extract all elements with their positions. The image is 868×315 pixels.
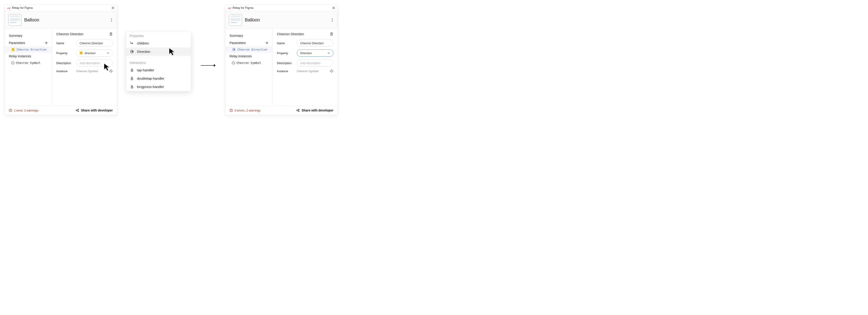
svg-point-11: [298, 109, 299, 110]
longpress-icon: [130, 85, 134, 89]
panel-footer: 1 error, 2 warnings Share with developer: [5, 106, 117, 115]
sidebar-parameters[interactable]: Parameters: [5, 39, 52, 46]
relay-logo-icon: [7, 6, 11, 9]
popover-section-properties: Properties: [126, 32, 191, 39]
sidebar-param-item[interactable]: Chevron Direction: [5, 46, 52, 53]
add-parameter-icon[interactable]: [45, 41, 48, 44]
chevron-down-icon: [327, 52, 330, 55]
instance-icon: [232, 61, 235, 65]
detail-pane: Chevron Direction Name Chevron Direction…: [273, 29, 338, 106]
target-icon[interactable]: [330, 69, 333, 73]
status-text[interactable]: 1 error, 2 warnings: [14, 109, 75, 112]
share-button[interactable]: Share with developer: [296, 109, 333, 112]
sidebar-instances[interactable]: Relay instances: [5, 53, 52, 60]
panel-footer: 0 errors, 2 warnings Share with develope…: [225, 106, 338, 115]
transition-arrow-icon: [200, 63, 216, 69]
direction-icon: [232, 48, 236, 51]
trash-icon[interactable]: [330, 32, 333, 36]
close-icon[interactable]: [112, 6, 115, 9]
sidebar-instances[interactable]: Relay instances: [225, 53, 273, 60]
popover-item-children[interactable]: children: [126, 39, 191, 47]
panel-header: Relay for Figma: [5, 5, 117, 11]
sidebar-summary[interactable]: Summary: [5, 32, 52, 39]
property-select[interactable]: direction: [76, 49, 113, 57]
sidebar: Summary Parameters Chevron Direction Rel…: [5, 29, 52, 106]
description-input[interactable]: Add description: [76, 59, 113, 67]
component-thumbnail: [8, 14, 22, 26]
error-icon: [9, 109, 12, 112]
panel-header-title: Relay for Figma: [232, 6, 332, 9]
relay-panel-before: Relay for Figma Balloon Summary Paramete…: [4, 4, 117, 115]
name-label: Name: [56, 41, 73, 45]
close-icon[interactable]: [332, 6, 335, 9]
target-icon[interactable]: [109, 69, 113, 73]
popover-item-direction[interactable]: Direction: [126, 47, 191, 56]
status-text[interactable]: 0 errors, 2 warnings: [235, 109, 296, 112]
add-parameter-icon[interactable]: [266, 41, 269, 44]
svg-point-0: [110, 70, 112, 72]
chevron-down-icon: [107, 52, 110, 55]
relay-panel-after: Relay for Figma Balloon Summary Paramete…: [225, 4, 338, 115]
component-bar: Balloon: [5, 11, 117, 29]
component-title: Balloon: [24, 18, 110, 23]
kebab-menu-icon[interactable]: [331, 17, 334, 23]
svg-point-3: [78, 109, 79, 110]
share-icon: [296, 109, 300, 112]
property-select[interactable]: Direction: [297, 49, 333, 57]
detail-pane: Chevron Direction Name Chevron Direction…: [52, 29, 117, 106]
relay-logo-icon: [228, 6, 231, 9]
name-input[interactable]: Chevron Direction: [76, 39, 113, 47]
error-icon: [229, 109, 233, 112]
description-label: Description: [277, 61, 294, 65]
kebab-menu-icon[interactable]: [110, 17, 113, 23]
warning-icon: [11, 48, 15, 51]
svg-point-8: [331, 70, 333, 72]
panel-header-title: Relay for Figma: [12, 6, 112, 9]
instance-label: Instance: [56, 70, 73, 73]
detail-title: Chevron Direction: [277, 32, 330, 36]
popover-item-tap[interactable]: tap-handler: [126, 66, 191, 74]
component-thumbnail: [229, 14, 242, 26]
children-icon: [130, 41, 134, 45]
property-label: Property: [56, 51, 73, 55]
tap-icon: [130, 68, 134, 72]
detail-title: Chevron Direction: [56, 32, 109, 36]
property-label: Property: [277, 51, 294, 55]
name-label: Name: [277, 41, 294, 45]
description-label: Description: [56, 61, 73, 65]
share-button[interactable]: Share with developer: [75, 109, 113, 112]
sidebar: Summary Parameters Chevron Direction Rel…: [225, 29, 273, 106]
sidebar-param-item[interactable]: Chevron Direction: [225, 46, 273, 53]
svg-point-10: [297, 110, 298, 111]
sidebar-instance-item[interactable]: Chevron Symbol: [225, 60, 273, 66]
direction-icon: [130, 50, 134, 54]
popover-item-longpress[interactable]: longpress-handler: [126, 82, 191, 91]
description-input[interactable]: Add description: [297, 59, 333, 67]
warning-icon: [80, 51, 83, 55]
svg-point-12: [298, 111, 299, 112]
instance-value: Chevron Symbol: [76, 70, 106, 73]
instance-icon: [11, 61, 15, 65]
instance-label: Instance: [277, 70, 294, 73]
trash-icon[interactable]: [109, 32, 113, 36]
sidebar-summary[interactable]: Summary: [225, 32, 273, 39]
panel-header: Relay for Figma: [225, 5, 338, 11]
instance-value: Chevron Symbol: [297, 70, 327, 73]
component-title: Balloon: [245, 18, 331, 23]
share-icon: [75, 109, 79, 112]
sidebar-instance-item[interactable]: Chevron Symbol: [5, 60, 52, 66]
popover-section-interactions: Interactions: [126, 59, 191, 66]
popover-item-doubletap[interactable]: doubletap-handler: [126, 74, 191, 82]
svg-point-4: [78, 111, 79, 112]
component-bar: Balloon: [225, 11, 338, 29]
svg-point-2: [76, 110, 77, 111]
name-input[interactable]: Chevron Direction: [297, 39, 333, 47]
property-popover: Properties children Direction Interactio…: [126, 32, 191, 91]
sidebar-parameters[interactable]: Parameters: [225, 39, 273, 46]
doubletap-icon: [130, 76, 134, 80]
